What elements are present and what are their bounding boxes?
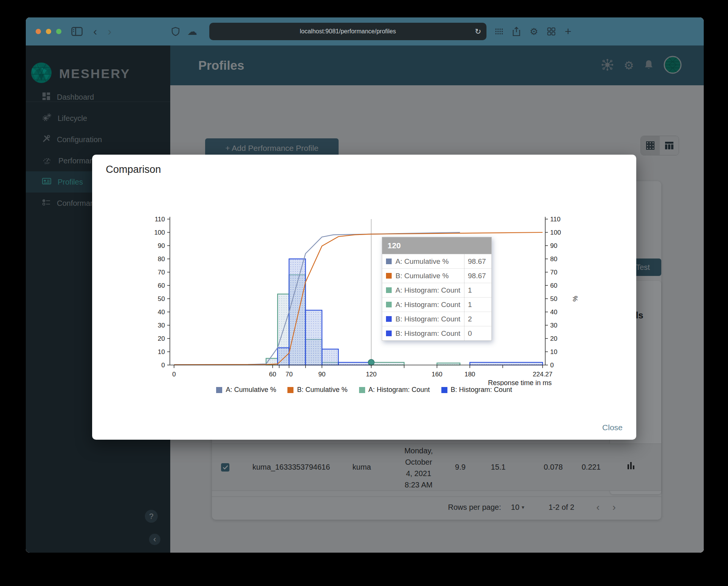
comparison-modal: Comparison 00101020203030404050506060707… [92, 155, 636, 440]
legend-swatch [441, 387, 447, 393]
series-swatch [386, 316, 392, 322]
tooltip-series-label: A: Cumulative % [395, 257, 464, 266]
svg-text:70: 70 [286, 371, 293, 378]
svg-text:100: 100 [154, 229, 165, 236]
legend-swatch [216, 387, 222, 393]
window-controls[interactable] [36, 29, 61, 34]
svg-text:30: 30 [158, 322, 165, 329]
chart-legend: A: Cumulative %B: Cumulative %A: Histogr… [92, 386, 636, 394]
browser-settings-icon[interactable]: ⚙ [530, 27, 538, 36]
svg-text:30: 30 [550, 322, 557, 329]
tooltip-row: B: Histogram: Count2 [382, 312, 491, 326]
tooltip-row: A: Histogram: Count1 [382, 297, 491, 312]
series-swatch [386, 287, 392, 293]
x-axis-label: Response time in ms [488, 379, 552, 386]
legend-label: A: Histogram: Count [369, 386, 430, 394]
svg-text:110: 110 [155, 216, 165, 223]
tooltip-series-value: 2 [464, 312, 491, 326]
svg-text:110: 110 [550, 216, 560, 223]
tooltip-series-label: B: Histogram: Count [395, 315, 464, 323]
new-tab-icon[interactable]: + [565, 26, 571, 37]
svg-text:40: 40 [550, 309, 557, 316]
series-swatch [386, 259, 392, 264]
chart-tooltip: 120 A: Cumulative %98.67B: Cumulative %9… [382, 237, 492, 341]
tooltip-series-label: A: Histogram: Count [395, 301, 464, 309]
share-icon[interactable] [512, 27, 521, 36]
svg-text:224.27: 224.27 [533, 371, 552, 378]
tooltip-row: B: Histogram: Count0 [382, 326, 491, 340]
tooltip-row: A: Cumulative %98.67 [382, 254, 491, 268]
refresh-icon[interactable]: ↻ [475, 27, 481, 36]
svg-text:90: 90 [318, 371, 326, 378]
svg-text:60: 60 [550, 282, 557, 289]
svg-text:100: 100 [550, 229, 561, 236]
close-window-icon[interactable] [36, 29, 41, 34]
tooltip-series-value: 0 [464, 326, 491, 340]
legend-item[interactable]: B: Cumulative % [287, 386, 347, 394]
close-button[interactable]: Close [602, 423, 623, 432]
svg-text:50: 50 [550, 295, 557, 302]
svg-text:70: 70 [550, 269, 557, 276]
sidebar-toggle-icon[interactable] [71, 27, 83, 36]
legend-label: A: Cumulative % [226, 386, 276, 394]
svg-text:10: 10 [550, 348, 557, 356]
shield-icon[interactable] [171, 27, 180, 36]
svg-text:70: 70 [158, 269, 165, 276]
tooltip-series-value: 1 [464, 298, 491, 312]
browser-toolbar: ‹ › ☁ localhost:9081/performance/profile… [26, 17, 704, 45]
legend-swatch [287, 387, 293, 393]
url-text: localhost:9081/performance/profiles [300, 28, 396, 35]
svg-text:0: 0 [550, 362, 554, 369]
svg-text:50: 50 [158, 295, 165, 302]
tooltip-series-value: 98.67 [464, 254, 491, 268]
tooltip-series-label: B: Histogram: Count [395, 329, 464, 338]
svg-text:10: 10 [158, 348, 165, 356]
svg-text:120: 120 [366, 371, 377, 378]
svg-text:180: 180 [464, 371, 475, 378]
tooltip-series-value: 1 [464, 283, 491, 297]
legend-label: B: Histogram: Count [451, 386, 512, 394]
address-bar[interactable]: localhost:9081/performance/profiles ↻ [209, 23, 486, 40]
minimize-window-icon[interactable] [46, 29, 51, 34]
back-icon[interactable]: ‹ [93, 26, 97, 37]
svg-text:20: 20 [158, 335, 165, 342]
svg-text:40: 40 [158, 309, 165, 316]
legend-item[interactable]: B: Histogram: Count [441, 386, 512, 394]
forward-icon[interactable]: › [108, 26, 111, 37]
svg-text:0: 0 [172, 371, 176, 378]
tooltip-series-label: A: Histogram: Count [395, 286, 464, 295]
series-swatch [386, 302, 392, 307]
tooltip-row: A: Histogram: Count1 [382, 283, 491, 297]
tab-overview-icon[interactable] [495, 28, 503, 35]
tooltip-series-label: B: Cumulative % [395, 272, 464, 280]
tooltip-header: 120 [382, 237, 491, 254]
legend-label: B: Cumulative % [297, 386, 347, 394]
svg-text:90: 90 [550, 242, 557, 249]
legend-item[interactable]: A: Histogram: Count [359, 386, 430, 394]
legend-swatch [359, 387, 365, 393]
svg-text:90: 90 [158, 242, 165, 249]
svg-text:20: 20 [550, 335, 557, 342]
app-viewport: MESHERY DashboardLifecycleConfigurationS… [26, 45, 704, 553]
cloud-icon[interactable]: ☁ [187, 27, 197, 36]
tooltip-series-value: 98.67 [464, 269, 491, 283]
svg-text:60: 60 [269, 371, 276, 378]
y-axis-label: % [571, 296, 579, 301]
extensions-grid-icon[interactable] [547, 27, 555, 36]
svg-text:80: 80 [158, 255, 165, 263]
series-swatch [386, 331, 392, 336]
zoom-window-icon[interactable] [56, 29, 61, 34]
browser-window: ‹ › ☁ localhost:9081/performance/profile… [26, 17, 704, 553]
svg-text:0: 0 [162, 362, 165, 369]
svg-text:80: 80 [550, 255, 557, 263]
tooltip-row: B: Cumulative %98.67 [382, 268, 491, 283]
svg-text:60: 60 [158, 282, 165, 289]
comparison-chart[interactable]: 0010102020303040405050606070708080909010… [92, 212, 636, 386]
svg-text:160: 160 [431, 371, 442, 378]
series-swatch [386, 273, 392, 279]
modal-title: Comparison [106, 164, 161, 175]
legend-item[interactable]: A: Cumulative % [216, 386, 276, 394]
selected-point-dot[interactable] [368, 359, 374, 365]
